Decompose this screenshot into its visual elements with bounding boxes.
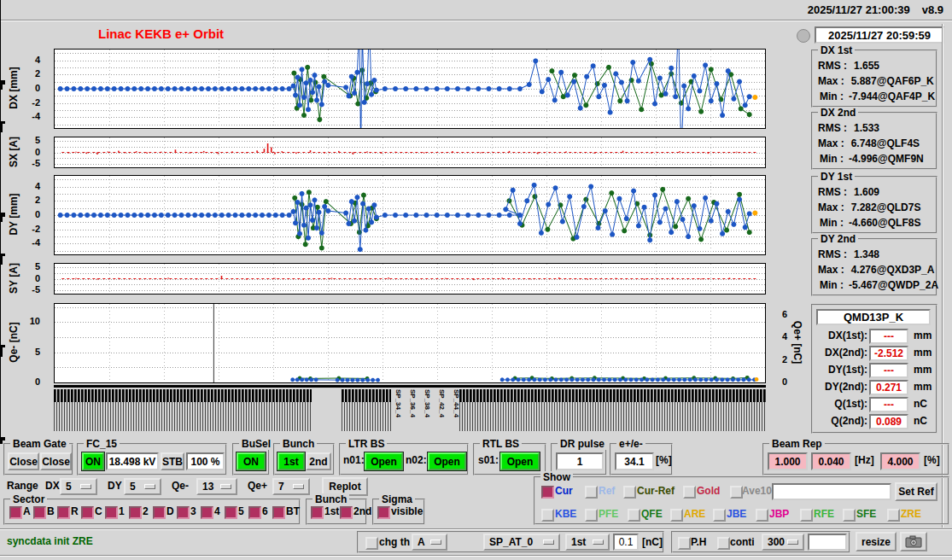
range-dx-dropdown[interactable]: 5 [60,478,97,495]
plot-canvas-sy[interactable] [55,264,765,294]
checkbox-sector-4[interactable] [201,506,213,519]
checkbox-show-cur[interactable] [541,486,554,499]
range-qem-dropdown[interactable]: 13 [196,478,237,495]
ltr-n02-open-button[interactable]: Open [428,452,466,470]
bunch-2nd-button[interactable]: 2nd [306,452,331,470]
rtl-s01-open-button[interactable]: Open [500,452,540,470]
checkbox-sector-r[interactable] [57,506,70,519]
y-axis-title-dx: DX [mm] [8,54,20,122]
e-ratio-field[interactable]: 34.1 [615,452,654,470]
bunch-dropdown[interactable]: 1st [565,534,610,551]
checkbox-sector-3[interactable] [177,506,190,519]
checkbox-chg-th[interactable] [365,537,378,550]
sector-item-label: B [47,505,55,517]
checkbox-sector-b[interactable] [33,506,46,519]
checkbox-sector-1[interactable] [105,506,118,519]
fc15-percent-field[interactable]: 100 % [186,452,225,470]
checkbox-sector-bt[interactable] [272,506,285,519]
y-axis-sy [0,222,1,254]
checkbox-show-ave10[interactable] [730,486,743,499]
checkbox-show-rfe[interactable] [800,509,813,522]
y-tick-label: 0 [17,83,40,93]
y-tick [0,214,5,215]
checkbox-sector-a[interactable] [9,506,22,519]
extra-field[interactable] [808,534,847,551]
fc15-on-button[interactable]: ON [82,452,104,470]
group-title: Sector [10,493,47,505]
checkbox-show-zre[interactable] [887,509,900,522]
qmd-value-field: 0.089 [869,414,908,429]
dr-pulse-field[interactable]: 1 [556,452,604,470]
y-axis-title-q: Qe- [nC] [8,308,20,376]
plot-canvas-q[interactable] [55,304,765,382]
resize-button[interactable]: resize [856,532,897,551]
plot-canvas-dy[interactable] [55,176,765,254]
checkbox-show-jbp[interactable] [756,509,768,522]
y-minor-tick-right [0,440,3,441]
plot-q [54,303,766,383]
checkbox-show-pfe[interactable] [585,509,598,522]
checkbox-sector-2[interactable] [129,506,142,519]
bunch-1st-button[interactable]: 1st [277,452,305,470]
range-qep-dropdown[interactable]: 7 [272,478,310,495]
checkbox-show-ref[interactable] [585,486,598,499]
busel-on-button[interactable]: ON [237,452,266,470]
chg-th-label: chg th [379,536,410,548]
rms-value: 1.533 [854,122,879,134]
q-threshold-field[interactable]: 0.1 [613,534,639,551]
panel-dy-2nd: DY 2nd RMS :1.348 Max :4.276@QXD3P_A Min… [811,238,937,296]
checkbox-ph[interactable] [678,537,691,550]
monitor-label-band [54,402,312,431]
checkbox-sector-5[interactable] [225,506,237,519]
checkbox-show-gold[interactable] [683,486,696,499]
ltr-n01-open-button[interactable]: Open [365,452,403,470]
beam-gate-close-button-2[interactable]: Close [40,452,72,470]
y-tick [0,213,5,214]
plot-canvas-dx[interactable] [55,50,765,128]
qmd-value-field: --- [869,363,908,378]
snapshot-time-field[interactable]: 2025/11/27 20:59:59 [815,26,944,44]
checkbox-show-are[interactable] [670,509,683,522]
qmd-unit: mm [914,381,932,393]
screenshot-button[interactable] [900,532,927,551]
fc15-stb-button[interactable]: STB [161,452,184,470]
y-minor-tick [0,261,3,262]
range-dy-value: 5 [130,481,136,493]
checkbox-sector-6[interactable] [248,506,261,519]
checkbox-bunch-2nd[interactable] [340,506,353,519]
checkbox-show-jbe[interactable] [713,509,726,522]
range-dy-dropdown[interactable]: 5 [124,478,161,495]
status-message: syncdata init ZRE [7,535,93,547]
checkbox-sigma-visible[interactable] [377,506,390,519]
beam-rep-field-2[interactable]: 0.040 [811,452,851,470]
sector-item-label: 5 [238,505,244,517]
statusbar-left-group: chg th A SP_AT_0 1st 0.1 [nC] [357,531,664,553]
checkbox-show-sfe[interactable] [843,509,856,522]
plot-canvas-sx[interactable] [55,137,765,167]
fc15-kv-field[interactable]: 18.498 kV [106,452,159,470]
qmd-name-field[interactable]: QMD13P_K [816,309,931,325]
qmd-unit: mm [914,347,932,359]
set-ref-button[interactable]: Set Ref [895,482,937,501]
th-dropdown[interactable]: A [412,534,447,551]
checkbox-conti[interactable] [717,537,730,550]
checkbox-show-kbe[interactable] [541,509,554,522]
show-are-label: ARE [684,508,705,520]
panel-dx-1st: DX 1st RMS :1.655 Max :5.887@QAF6P_K Min… [811,50,937,108]
checkbox-sector-c[interactable] [81,506,94,519]
beam-rep-field-1[interactable]: 1.000 [768,452,808,470]
qmd-row-label: DY(2nd): [813,381,867,393]
ref-name-field[interactable] [772,483,891,500]
checkbox-show-cur-ref[interactable] [623,486,636,499]
sector-item-label: 3 [190,505,196,517]
beam-rep-field-3[interactable]: 4.000 [880,452,920,470]
checkbox-bunch-1st[interactable] [311,506,324,519]
group-title: RTL BS [480,438,522,450]
y-axis-title-sx: SX [A] [8,118,20,186]
checkbox-show-qfe[interactable] [628,509,640,522]
beam-gate-close-button-1[interactable]: Close [8,452,39,470]
sp-dropdown[interactable]: SP_AT_0 [483,534,560,551]
checkbox-sector-d[interactable] [153,506,166,519]
sector-item-label: D [166,505,174,517]
points-dropdown[interactable]: 300 [762,534,804,551]
